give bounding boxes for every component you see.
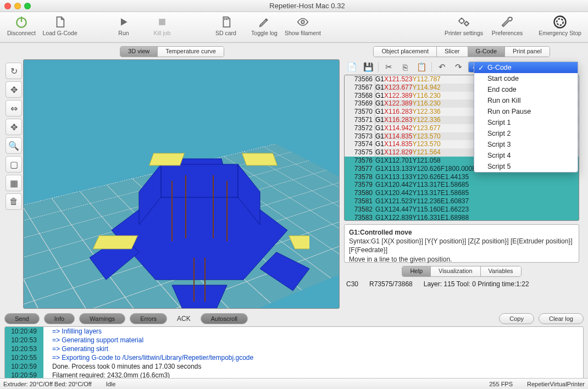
pencil-icon	[257, 14, 272, 30]
status-printer: RepetierVirtualPrinter	[527, 381, 585, 387]
tab-gcode[interactable]: G-Code	[468, 47, 506, 57]
kill-job-button[interactable]: Kill job	[144, 14, 180, 41]
close-icon[interactable]	[4, 3, 11, 9]
run-button[interactable]: Run	[106, 14, 142, 41]
gcode-help-box: G1:Controlled move Syntax:G1 [X{X positi…	[344, 224, 579, 263]
disconnect-label: Disconnect	[7, 30, 36, 36]
log-button-row: Send Info Warnings Errors ACK Autoscroll…	[0, 311, 588, 326]
autoscroll-button[interactable]: Autoscroll	[201, 313, 248, 324]
3d-viewport[interactable]	[23, 59, 340, 309]
tab-slicer[interactable]: Slicer	[437, 47, 468, 57]
svg-point-9	[554, 16, 566, 28]
tab-print-panel[interactable]: Print panel	[505, 47, 550, 57]
paste-button[interactable]: 📋	[415, 61, 428, 73]
gcode-menu-item[interactable]: Script 1	[474, 117, 578, 128]
tab-object-placement[interactable]: Object placement	[374, 47, 437, 57]
zoom-view-button[interactable]: 🔍	[5, 137, 22, 154]
sdcard-label: SD card	[215, 30, 236, 36]
printer-settings-button[interactable]: Printer settings	[441, 14, 487, 41]
status-col: C30	[346, 280, 358, 288]
gcode-menu-item[interactable]: End code	[474, 84, 578, 95]
code-row[interactable]: 73578 G1 X113.133 Y120.626 E1.44135	[345, 173, 579, 181]
show-filament-button[interactable]: Show filament	[285, 14, 321, 41]
warnings-filter-button[interactable]: Warnings	[79, 313, 125, 324]
gcode-status-line: C30 R73575/73868 Layer: 115 Tool: 0 Prin…	[344, 280, 579, 288]
log-area[interactable]: 10:20:49 => Infilling layers10:20:53 => …	[4, 326, 584, 379]
disconnect-button[interactable]: Disconnect	[3, 14, 40, 41]
tab-temperature-curve[interactable]: Temperature curve	[158, 47, 224, 57]
gears-icon	[456, 14, 471, 30]
viewport-toolbar: ↻ ✥ ⇔ ✥ 🔍 ▢ ▦ 🗑	[4, 59, 23, 309]
copy-button[interactable]: ⎘	[398, 61, 412, 73]
rotate-view-button[interactable]: ✥	[5, 81, 22, 98]
status-row: R73575/73868	[369, 280, 413, 288]
gcode-script-dropdown[interactable]: ✓G-Code ▾ G-CodeStart codeEnd codeRun on…	[468, 62, 578, 73]
trash-view-button[interactable]: 🗑	[5, 193, 22, 210]
gcode-menu-item[interactable]: Script 4	[474, 150, 578, 161]
tab-visualization[interactable]: Visualization	[431, 266, 481, 276]
3d-model-preview	[90, 115, 309, 309]
window-title: Repetier-Host Mac 0.32	[31, 2, 584, 10]
help-syntax: Syntax:G1 [X{X position}] [Y{Y position}…	[349, 237, 574, 254]
info-filter-button[interactable]: Info	[44, 313, 75, 324]
copy-log-button[interactable]: Copy	[499, 313, 534, 324]
new-file-button[interactable]: 📄	[345, 61, 358, 73]
move-icon: ✥	[10, 122, 18, 132]
file-plus-icon: 📄	[347, 62, 357, 72]
help-desc: Move in a line to the given position.	[349, 255, 574, 264]
scissors-icon: ✂	[385, 62, 392, 72]
zoom-icon[interactable]	[24, 3, 31, 9]
send-button[interactable]: Send	[4, 313, 40, 324]
code-row[interactable]: 73583 G1 X122.839 Y116.331 E1.68988	[345, 214, 579, 221]
svg-rect-21	[93, 236, 137, 249]
undo-icon: ↶	[439, 62, 446, 72]
window-traffic-lights	[4, 3, 31, 9]
cube-icon: ▢	[10, 159, 18, 170]
ack-label: ACK	[171, 315, 196, 323]
log-line: 10:20:59 Done. Process took 0 minutes an…	[5, 362, 583, 371]
zoom-in-icon: 🔍	[8, 141, 19, 151]
gcode-menu-item[interactable]: Run on Kill	[474, 95, 578, 106]
svg-point-10	[557, 19, 563, 25]
copy-icon: ⎘	[403, 63, 408, 72]
clear-log-button[interactable]: Clear log	[539, 313, 584, 324]
gcode-menu-item[interactable]: G-Code	[474, 62, 578, 73]
move-view-button[interactable]: ✥	[5, 119, 22, 135]
gcode-menu-item[interactable]: Run on Pause	[474, 106, 578, 117]
file-icon	[52, 14, 68, 30]
sdcard-button[interactable]: SD card	[208, 14, 244, 41]
minimize-icon[interactable]	[14, 3, 21, 9]
main-toolbar: Disconnect Load G-Code Run Kill job SD c…	[0, 12, 588, 43]
reload-view-button[interactable]: ↻	[5, 63, 22, 79]
log-line: 10:20:49 => Infilling layers	[5, 327, 583, 336]
code-row[interactable]: 73582 G1 X124.447 Y115.160 E1.66223	[345, 205, 579, 214]
code-row[interactable]: 73579 G1 X120.442 Y113.317 E1.58685	[345, 181, 579, 189]
tab-variables[interactable]: Variables	[481, 266, 521, 276]
gcode-menu-item[interactable]: Script 3	[474, 139, 578, 150]
grid-button[interactable]: ▦	[5, 175, 22, 191]
help-tab-segmented: Help Visualization Variables	[402, 266, 521, 277]
preferences-button[interactable]: Preferences	[489, 14, 525, 41]
gcode-toolbar: 📄 💾 ✂ ⎘ 📋 ↶ ↷ ✓G-Code ▾ G-CodeStart code…	[344, 59, 579, 75]
emergency-stop-button[interactable]: Emergency Stop	[535, 14, 585, 41]
pan-view-button[interactable]: ⇔	[5, 100, 22, 116]
errors-filter-button[interactable]: Errors	[130, 313, 167, 324]
play-icon	[116, 14, 131, 30]
save-file-button[interactable]: 💾	[362, 61, 375, 73]
code-row[interactable]: 73581 G1 X121.523 Y112.236 E1.60837	[345, 197, 579, 205]
gcode-menu-item[interactable]: Start code	[474, 73, 578, 84]
load-gcode-button[interactable]: Load G-Code	[42, 14, 78, 41]
tab-3d-view[interactable]: 3D view	[120, 47, 158, 57]
redo-button[interactable]: ↷	[452, 61, 465, 73]
undo-button[interactable]: ↶	[435, 61, 448, 73]
code-row[interactable]: 73580 G1 X120.442 Y113.317 E1.58685	[345, 189, 579, 197]
perspective-button[interactable]: ▢	[5, 156, 22, 173]
gcode-menu-item[interactable]: Script 2	[474, 128, 578, 139]
gcode-menu-item[interactable]: Script 5	[474, 161, 578, 172]
save-icon: 💾	[363, 62, 374, 72]
load-gcode-label: Load G-Code	[42, 30, 77, 36]
cut-button[interactable]: ✂	[382, 61, 395, 73]
tab-help[interactable]: Help	[402, 266, 431, 276]
svg-marker-14	[172, 285, 227, 309]
toggle-log-button[interactable]: Toggle log	[246, 14, 282, 41]
